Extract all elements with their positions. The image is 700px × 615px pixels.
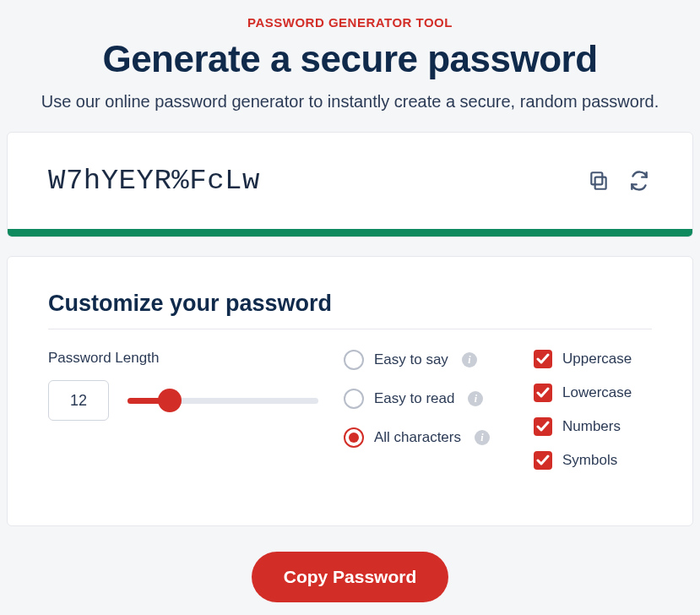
radio-label: All characters — [374, 429, 461, 446]
checkbox-numbers[interactable]: Numbers — [534, 417, 652, 436]
radio-label: Easy to read — [374, 390, 454, 407]
checkbox-icon — [534, 350, 552, 368]
length-label: Password Length — [48, 350, 318, 367]
checkbox-label: Lowercase — [562, 384, 632, 401]
radio-icon — [344, 350, 364, 370]
customize-heading: Customize your password — [48, 291, 652, 317]
customize-card: Customize your password Password Length — [7, 256, 693, 526]
strength-bar — [8, 229, 692, 237]
password-display-card: W7hYEYR%FcLw — [7, 132, 693, 237]
svg-rect-0 — [595, 177, 606, 189]
checkbox-uppercase[interactable]: Uppercase — [534, 350, 652, 368]
copy-password-button[interactable]: Copy Password — [252, 552, 449, 602]
slider-thumb[interactable] — [158, 389, 182, 412]
radio-icon — [344, 389, 364, 409]
radio-icon — [344, 427, 364, 448]
subtitle: Use our online password generator to ins… — [7, 92, 693, 112]
checkbox-icon — [534, 384, 552, 402]
info-icon[interactable]: i — [475, 430, 490, 445]
radio-label: Easy to say — [374, 351, 448, 368]
checkbox-label: Uppercase — [562, 351, 632, 367]
length-slider[interactable] — [128, 389, 318, 412]
checkbox-label: Numbers — [562, 418, 621, 435]
checkbox-symbols[interactable]: Symbols — [534, 451, 652, 470]
refresh-icon[interactable] — [627, 168, 652, 193]
radio-all-characters[interactable]: All characters i — [344, 427, 508, 448]
checkbox-label: Symbols — [562, 452, 617, 469]
radio-easy-to-read[interactable]: Easy to read i — [344, 389, 508, 409]
password-actions — [586, 168, 652, 193]
info-icon[interactable]: i — [468, 391, 483, 406]
checkbox-lowercase[interactable]: Lowercase — [534, 384, 652, 402]
eyebrow: PASSWORD GENERATOR TOOL — [7, 15, 693, 30]
page-title: Generate a secure password — [7, 38, 693, 80]
length-input[interactable] — [48, 380, 109, 421]
info-icon[interactable]: i — [462, 352, 477, 367]
checkbox-icon — [534, 417, 552, 436]
svg-rect-1 — [591, 172, 602, 184]
checkbox-icon — [534, 451, 552, 470]
copy-icon[interactable] — [586, 168, 611, 193]
generated-password: W7hYEYR%FcLw — [48, 165, 260, 197]
divider — [48, 329, 652, 329]
radio-easy-to-say[interactable]: Easy to say i — [344, 350, 508, 370]
